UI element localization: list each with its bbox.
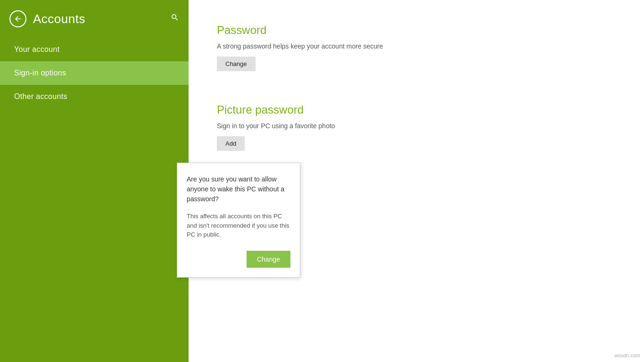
- password-change-button[interactable]: Change: [217, 57, 256, 71]
- back-button[interactable]: [9, 10, 26, 27]
- sidebar-item-other-accounts[interactable]: Other accounts: [0, 85, 189, 108]
- sidebar-item-sign-in-options[interactable]: Sign-in options: [0, 61, 189, 85]
- password-section: Password A strong password helps keep yo…: [217, 24, 616, 88]
- search-button[interactable]: [171, 13, 179, 24]
- dialog-actions: Change: [187, 251, 290, 268]
- sidebar-item-your-account[interactable]: Your account: [0, 38, 189, 61]
- sidebar: Accounts Your account Sign-in options Ot…: [0, 0, 189, 362]
- main-content: Password A strong password helps keep yo…: [189, 0, 644, 362]
- picture-password-description: Sign in to your PC using a favorite phot…: [217, 122, 616, 130]
- sidebar-header: Accounts: [0, 0, 189, 38]
- picture-password-title: Picture password: [217, 103, 616, 116]
- password-description: A strong password helps keep your accoun…: [217, 42, 616, 50]
- picture-password-section: Picture password Sign in to your PC usin…: [217, 103, 616, 168]
- confirmation-dialog: Are you sure you want to allow anyone to…: [177, 163, 300, 278]
- sidebar-title: Accounts: [33, 12, 85, 26]
- dialog-info: This affects all accounts on this PC and…: [187, 212, 290, 239]
- dialog-question: Are you sure you want to allow anyone to…: [187, 174, 290, 204]
- picture-password-add-button[interactable]: Add: [217, 136, 245, 151]
- dialog-change-button[interactable]: Change: [247, 251, 290, 268]
- watermark: wsxdn.com: [614, 353, 640, 358]
- password-title: Password: [217, 24, 616, 37]
